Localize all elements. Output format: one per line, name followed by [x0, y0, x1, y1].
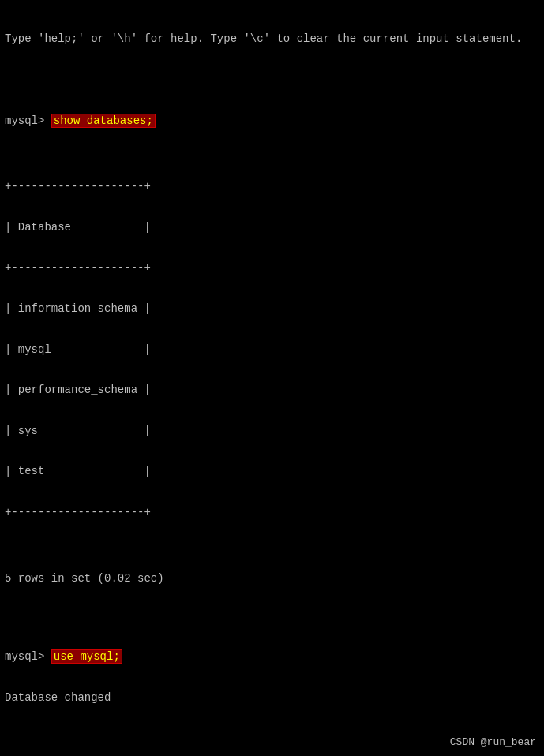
db-row-test: | test | [5, 464, 539, 480]
intro-text: Type 'help;' or '\h' for help. Type '\c'… [5, 32, 539, 47]
terminal-window: Type 'help;' or '\h' for help. Type '\c'… [5, 6, 539, 756]
db-row-sys: | sys | [5, 424, 539, 440]
prompt-use-mysql: mysql> use mysql; [5, 649, 539, 665]
db-row-info-schema: | information_schema | [5, 301, 539, 317]
prompt-symbol-1: mysql> [5, 114, 51, 127]
db-table-mid: +--------------------+ [5, 260, 539, 276]
db-table-bot: +--------------------+ [5, 505, 539, 521]
rows-in-set: 5 rows in set (0.02 sec) [5, 571, 539, 587]
prompt-show-databases: mysql> show databases; [5, 114, 539, 129]
command-use-mysql: use mysql; [51, 649, 122, 664]
db-row-mysql: | mysql | [5, 342, 539, 358]
database-changed: Database_changed [5, 691, 539, 706]
csdn-watermark: CSDN @run_bear [450, 736, 536, 748]
prompt-symbol-2: mysql> [5, 650, 51, 663]
db-table-header: | Database | [5, 220, 539, 236]
command-show-databases: show databases; [51, 114, 156, 128]
db-table-top: +--------------------+ [5, 179, 539, 195]
db-row-perf-schema: | performance_schema | [5, 383, 539, 399]
